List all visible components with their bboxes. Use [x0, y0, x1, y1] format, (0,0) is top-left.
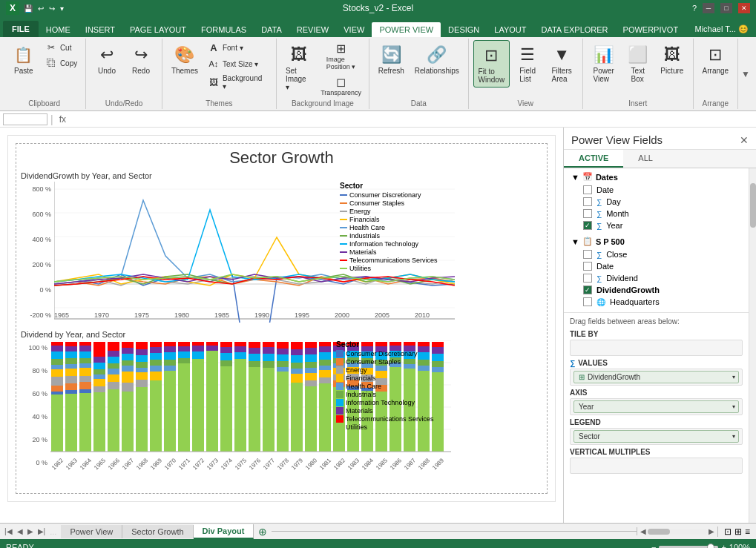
tab-file[interactable]: FILE: [3, 21, 39, 37]
tab-data[interactable]: DATA: [254, 22, 289, 37]
tab-home[interactable]: HOME: [39, 22, 78, 37]
pv-field-headquarters[interactable]: 🌐 Headquarters: [568, 296, 744, 308]
sheet-tab-power-view[interactable]: Power View: [61, 525, 122, 538]
pv-check-year[interactable]: ✓: [583, 221, 592, 230]
pv-field-close[interactable]: ∑ Close: [568, 248, 744, 260]
pv-field-month[interactable]: ∑ Month: [568, 208, 744, 219]
pv-legend-drop[interactable]: Sector ▾: [570, 428, 743, 445]
themes-button[interactable]: 🎨 Themes: [167, 40, 203, 78]
sheet-nav-first[interactable]: |◀: [3, 526, 14, 537]
undo-button[interactable]: ↩ Undo: [91, 40, 123, 78]
pv-vertical-multiples-drop[interactable]: [570, 458, 743, 474]
pv-fields-scroll[interactable]: ▼ 📅 Dates Date ∑ Day ∑: [564, 168, 749, 523]
formula-input[interactable]: [72, 114, 753, 125]
pv-close-button[interactable]: ✕: [740, 134, 749, 146]
ribbon-scroll[interactable]: ▼: [738, 39, 753, 109]
pv-field-year[interactable]: ✓ ∑ Year: [568, 219, 744, 231]
font-icon: A: [208, 42, 220, 53]
scroll-left-btn[interactable]: ◀: [640, 527, 646, 535]
pv-tab-active[interactable]: ACTIVE: [564, 150, 623, 168]
horizontal-scroll[interactable]: [648, 529, 707, 535]
page-layout-view-icon[interactable]: ⊞: [734, 526, 742, 537]
page-break-view-icon[interactable]: ≡: [745, 526, 750, 537]
tab-power-view[interactable]: POWER VIEW: [372, 22, 441, 37]
close-btn[interactable]: ✕: [738, 3, 750, 13]
pv-dates-header[interactable]: ▼ 📅 Dates: [568, 170, 744, 184]
sheet-tab-sector-growth[interactable]: Sector Growth: [122, 525, 193, 538]
pv-check-month[interactable]: [583, 209, 592, 218]
normal-view-icon[interactable]: ⊡: [724, 526, 732, 537]
image-position-button[interactable]: ⊞ ImagePosition ▾: [318, 40, 364, 72]
transparency-button[interactable]: ◻ Transparency: [318, 73, 364, 98]
tab-view[interactable]: VIEW: [336, 22, 372, 37]
undo-quick-btn[interactable]: ↩: [36, 4, 45, 13]
tab-powerpivot[interactable]: POWERPIVOT: [616, 22, 686, 37]
field-list-button[interactable]: ☰ FieldList: [511, 40, 544, 86]
pv-tile-by-drop[interactable]: [570, 340, 743, 356]
redo-quick-btn[interactable]: ↪: [47, 4, 56, 13]
pv-scroll-thumb[interactable]: [750, 183, 756, 228]
fit-to-window-button[interactable]: ⊡ Fit toWindow: [473, 40, 510, 88]
pv-check-dividend[interactable]: [583, 274, 592, 283]
tab-layout[interactable]: LAYOUT: [487, 22, 533, 37]
pv-axis-field-tag[interactable]: Year ▾: [573, 400, 739, 413]
sheet-nav-next[interactable]: ▶: [26, 526, 35, 537]
tab-page-layout[interactable]: PAGE LAYOUT: [122, 22, 194, 37]
font-button[interactable]: A Font ▾: [204, 40, 272, 55]
copy-button[interactable]: ⿻ Copy: [42, 56, 81, 70]
scroll-right-btn[interactable]: ▶: [709, 527, 714, 535]
pv-check-headquarters[interactable]: [583, 297, 592, 306]
svg-rect-54: [79, 389, 91, 393]
maximize-btn[interactable]: □: [720, 3, 732, 13]
pv-field-dividend[interactable]: ∑ Dividend: [568, 272, 744, 284]
pv-field-date[interactable]: Date: [568, 184, 744, 196]
arrange-button[interactable]: ⊡ Arrange: [698, 40, 734, 78]
sheet-nav-last[interactable]: ▶|: [36, 526, 47, 537]
pv-check-sp500-date[interactable]: [583, 262, 592, 271]
help-btn[interactable]: ?: [692, 4, 697, 13]
zoom-thumb[interactable]: [707, 544, 714, 548]
tab-insert[interactable]: INSERT: [78, 22, 122, 37]
zoom-minus[interactable]: −: [651, 543, 656, 548]
sheet-nav-prev[interactable]: ◀: [16, 526, 24, 537]
customize-quick-btn[interactable]: ▾: [59, 4, 65, 13]
paste-button[interactable]: 📋 Paste: [7, 40, 40, 78]
picture-button[interactable]: 🖼 Picture: [656, 40, 688, 78]
pv-check-close[interactable]: [583, 250, 592, 259]
pv-values-field-tag[interactable]: ⊞ DividendGrowth ▾: [573, 371, 739, 383]
tab-design[interactable]: DESIGN: [441, 22, 487, 37]
zoom-plus[interactable]: +: [721, 543, 726, 548]
tab-data-explorer[interactable]: DATA EXPLORER: [534, 22, 616, 37]
power-view-button[interactable]: 📊 PowerView: [588, 40, 620, 86]
text-box-button[interactable]: ⬜ TextBox: [622, 40, 654, 86]
pv-values-drop[interactable]: ⊞ DividendGrowth ▾: [570, 369, 743, 386]
pv-check-dividendgrowth[interactable]: ✓: [583, 285, 592, 294]
relationships-button[interactable]: 🔗 Relationships: [410, 40, 464, 78]
pv-field-day[interactable]: ∑ Day: [568, 196, 744, 208]
user-tab[interactable]: Michael T... 😊: [688, 22, 757, 37]
pv-legend-field-tag[interactable]: Sector ▾: [573, 430, 739, 443]
pv-check-date[interactable]: [583, 185, 592, 194]
h-scroll-thumb[interactable]: [648, 529, 670, 535]
text-size-button[interactable]: A↕ Text Size ▾: [204, 56, 272, 71]
filters-area-button[interactable]: ▼ FiltersArea: [545, 40, 578, 86]
redo-button[interactable]: ↪ Redo: [125, 40, 157, 78]
tab-formulas[interactable]: FORMULAS: [194, 22, 254, 37]
minimize-btn[interactable]: ─: [703, 3, 714, 13]
pv-axis-drop[interactable]: Year ▾: [570, 398, 743, 415]
pv-sp500-header[interactable]: ▼ 📋 S P 500: [568, 234, 744, 248]
pv-scrollbar[interactable]: [749, 168, 756, 523]
sheet-tab-div-payout[interactable]: Div Payout: [194, 524, 254, 539]
pv-field-dividendgrowth[interactable]: ✓ DividendGrowth: [568, 284, 744, 296]
background-button[interactable]: 🖼 Background ▾: [204, 73, 272, 92]
refresh-button[interactable]: 🔄 Refresh: [374, 40, 409, 78]
cut-button[interactable]: ✂ Cut: [42, 40, 81, 55]
tab-review[interactable]: REVIEW: [289, 22, 336, 37]
pv-check-day[interactable]: [583, 197, 592, 206]
pv-tab-all[interactable]: ALL: [623, 150, 668, 168]
set-image-button[interactable]: 🖼 SetImage ▾: [281, 40, 316, 94]
save-quick-btn[interactable]: 💾: [22, 4, 34, 13]
sheet-add-button[interactable]: ⊕: [254, 526, 272, 538]
pv-field-sp500-date[interactable]: Date: [568, 260, 744, 272]
name-box[interactable]: [3, 113, 47, 125]
